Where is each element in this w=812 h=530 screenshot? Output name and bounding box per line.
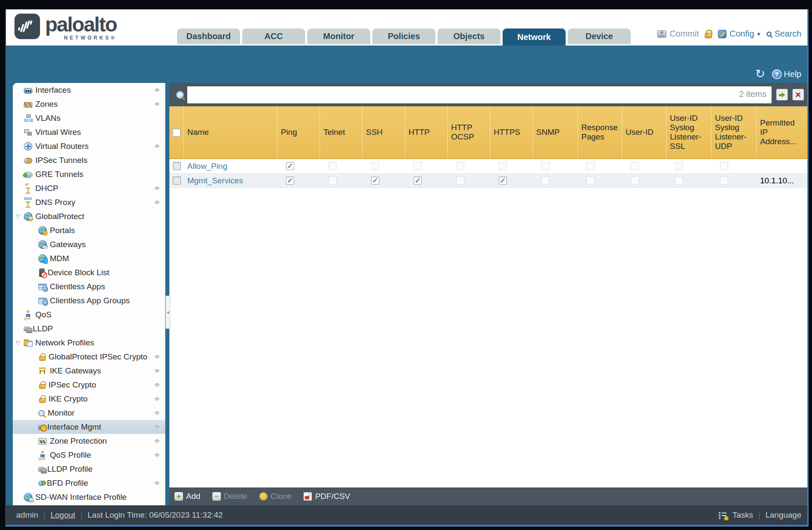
pdf-csv-button[interactable]: PDF/CSV — [303, 492, 350, 501]
expander-triangle-icon[interactable]: ▽ — [16, 339, 20, 346]
service-cell-http: ✓ — [405, 177, 448, 185]
sidebar-item-globalprotect[interactable]: ▽GlobalProtect — [13, 209, 165, 223]
sidebar-item-interfaces[interactable]: Interfaces — [13, 83, 165, 97]
lock-icon[interactable] — [705, 33, 712, 38]
tasks-button[interactable]: Tasks — [732, 510, 753, 520]
sidebar-item-dns-proxy[interactable]: DNS Proxy — [13, 195, 165, 209]
sidebar-item-label: Virtual Routers — [35, 142, 89, 151]
status-dot-icon — [155, 439, 159, 443]
clone-button[interactable]: Clone — [259, 492, 292, 501]
paloalto-logo: paloalto NETWORKS® — [14, 14, 117, 41]
help-button[interactable]: ? Help — [772, 69, 801, 79]
sidebar-item-label: MDM — [50, 254, 69, 263]
table-row-mgmt-services: Mgmt_Services✓✓✓✓10.1.10... — [169, 174, 807, 188]
sidebar-collapse-handle[interactable]: ◀ — [166, 296, 170, 329]
column-header-permitted-ip-address[interactable]: Permitted IP Address... — [757, 106, 807, 158]
sidebar-item-zone-protection[interactable]: Zone Protection — [13, 434, 165, 448]
sidebar-item-virtual-routers[interactable]: Virtual Routers — [13, 139, 165, 153]
sidebar-item-qos-profile[interactable]: QoS Profile — [13, 448, 165, 462]
sidebar-item-bfd-profile[interactable]: BFD Profile — [13, 476, 165, 490]
tab-dashboard[interactable]: Dashboard — [177, 28, 240, 44]
sidebar-item-ike-gateways[interactable]: IKE Gateways — [13, 364, 165, 378]
column-header-user-id-syslog-listener-ssl[interactable]: User-ID Syslog Listener-SSL — [666, 106, 712, 158]
sidebar-item-virtual-wires[interactable]: Virtual Wires — [13, 125, 165, 139]
row-select-checkbox[interactable] — [173, 162, 181, 170]
sidebar-item-dhcp[interactable]: DHCP — [13, 181, 165, 195]
sidebar-divider: ◀ — [165, 83, 169, 505]
sidebar-item-network-profiles[interactable]: ▽Network Profiles — [13, 336, 165, 350]
search-button[interactable]: Search — [766, 29, 801, 39]
language-button[interactable]: Language — [765, 510, 801, 520]
sidebar-item-lldp-profile[interactable]: LLDP Profile — [13, 462, 165, 476]
column-header-user-id-syslog-listener-udp[interactable]: User-ID Syslog Listener-UDP — [712, 106, 757, 158]
sidebar-item-sd-wan-interface-profile[interactable]: SD-WAN Interface Profile — [13, 490, 165, 504]
globalprotect-ipsec-crypto-icon — [39, 356, 46, 361]
column-header-http-ocsp[interactable]: HTTP OCSP — [448, 106, 490, 158]
sidebar-item-gateways[interactable]: Gateways — [13, 237, 165, 251]
logout-link[interactable]: Logout — [51, 510, 75, 520]
column-header-response-pages[interactable]: Response Pages — [578, 106, 622, 158]
sidebar-item-ipsec-tunnels[interactable]: IPSec Tunnels — [13, 153, 165, 167]
sidebar-item-globalprotect-ipsec-crypto[interactable]: GlobalProtect IPSec Crypto — [13, 350, 165, 364]
row-select-checkbox[interactable] — [173, 177, 181, 185]
tasks-icon — [719, 512, 727, 519]
sd-wan-interface-profile-icon — [24, 493, 32, 502]
apply-filter-button[interactable] — [776, 89, 788, 100]
service-cell-telnet — [320, 177, 363, 185]
expander-triangle-icon[interactable]: ▽ — [16, 213, 20, 219]
table-body: Allow_Ping✓Mgmt_Services✓✓✓✓10.1.10... — [169, 159, 807, 188]
sidebar-item-interface-mgmt[interactable]: Interface Mgmt — [13, 420, 165, 434]
sidebar-item-clientless-app-groups[interactable]: Clientless App Groups — [13, 293, 165, 308]
toolbar-button-label: Add — [186, 492, 200, 501]
search-icon — [766, 31, 772, 37]
column-header-snmp[interactable]: SNMP — [533, 106, 578, 158]
column-header-ping[interactable]: Ping — [277, 106, 320, 158]
clear-filter-button[interactable]: × — [792, 89, 804, 100]
tab-acc[interactable]: ACC — [242, 28, 305, 44]
checkbox-user-id-unchecked — [631, 177, 639, 185]
refresh-icon[interactable]: ↻ — [755, 68, 765, 80]
profile-name-link[interactable]: Allow_Ping — [187, 162, 227, 171]
gateways-icon — [38, 240, 47, 249]
add-button[interactable]: +Add — [174, 492, 200, 501]
sidebar-item-ipsec-crypto[interactable]: IPSec Crypto — [13, 378, 165, 392]
logo-text: paloalto NETWORKS® — [45, 14, 117, 41]
sidebar-item-vlans[interactable]: VLANs — [13, 111, 165, 125]
sidebar-item-label: IKE Crypto — [49, 394, 88, 404]
commit-button[interactable]: Commit — [657, 29, 699, 39]
sidebar-item-monitor[interactable]: Monitor — [13, 406, 165, 420]
profile-name-link[interactable]: Mgmt_Services — [187, 176, 243, 185]
sidebar-item-qos[interactable]: QoS — [13, 308, 165, 322]
sidebar-item-gre-tunnels[interactable]: GRE Tunnels — [13, 167, 165, 181]
tab-monitor[interactable]: Monitor — [307, 28, 370, 44]
sidebar-item-ike-crypto[interactable]: IKE Crypto — [13, 392, 165, 406]
sidebar-item-mdm[interactable]: MDM — [13, 251, 165, 265]
sidebar-item-device-block-list[interactable]: Device Block List — [13, 265, 165, 279]
sidebar-item-lldp[interactable]: LLDP — [13, 322, 165, 336]
sidebar-item-label: QoS — [35, 310, 51, 319]
select-all-checkbox[interactable] — [172, 128, 180, 137]
config-menu[interactable]: Config ▾ — [718, 29, 760, 39]
filter-input[interactable] — [187, 86, 772, 103]
column-header-user-id[interactable]: User-ID — [622, 106, 666, 158]
column-header-name[interactable]: Name — [184, 106, 277, 158]
checkbox-https-unchecked — [499, 162, 507, 170]
sidebar-item-clientless-apps[interactable]: Clientless Apps — [13, 279, 165, 293]
sidebar-item-label: Monitor — [48, 408, 74, 418]
tab-objects[interactable]: Objects — [437, 28, 500, 44]
status-dot-icon — [155, 397, 159, 401]
zones-icon — [24, 102, 32, 108]
tab-policies[interactable]: Policies — [372, 28, 435, 44]
checkbox-ping-checked: ✓ — [286, 162, 294, 170]
checkbox-http-checked: ✓ — [414, 177, 422, 185]
sidebar-item-portals[interactable]: Portals — [13, 223, 165, 237]
service-cell-https — [490, 162, 533, 170]
delete-button[interactable]: −Delete — [212, 492, 247, 501]
column-header-http[interactable]: HTTP — [405, 106, 448, 158]
tab-network[interactable]: Network — [503, 28, 566, 46]
sidebar-item-zones[interactable]: Zones — [13, 97, 165, 111]
column-header-telnet[interactable]: Telnet — [320, 106, 363, 158]
tab-device[interactable]: Device — [568, 28, 631, 44]
column-header-ssh[interactable]: SSH — [363, 106, 405, 158]
column-header-https[interactable]: HTTPS — [490, 106, 533, 158]
